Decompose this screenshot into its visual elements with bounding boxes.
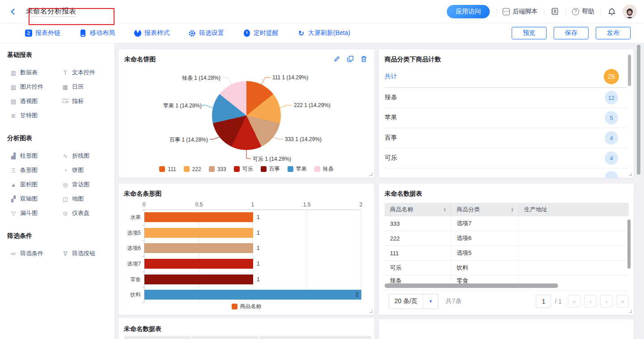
x-tick-label: 1.5 bbox=[303, 202, 311, 208]
resize-handle[interactable] bbox=[629, 310, 632, 313]
sidebar-item-map[interactable]: ◫地图 bbox=[59, 192, 107, 206]
contacts-icon bbox=[551, 7, 559, 16]
data-table-panel[interactable]: 未命名数据表 商品名称 ▲▼ 商品分类 ▲▼ 生产地址 33 bbox=[379, 184, 634, 315]
sidebar-item-line-chart[interactable]: ∿折线图 bbox=[59, 149, 107, 163]
pivot-view-icon: ▤ bbox=[10, 98, 17, 105]
sidebar-item-metric[interactable]: 4,80指标 bbox=[59, 94, 107, 108]
back-icon[interactable] bbox=[8, 7, 18, 17]
first-page-button[interactable]: « bbox=[568, 295, 580, 308]
page-scrollbar-thumb[interactable] bbox=[637, 45, 640, 175]
sidebar-item-image-widget[interactable]: ▧图片控件 bbox=[7, 80, 59, 94]
dual-axis-chart-icon: ▞ bbox=[10, 196, 17, 202]
panel-scrollbar[interactable] bbox=[628, 55, 631, 86]
bar-row: 选项6 1 bbox=[119, 240, 374, 256]
help-button[interactable]: ? 帮助 bbox=[572, 8, 594, 16]
legend-item[interactable]: 苹果 bbox=[288, 165, 307, 173]
legend-item[interactable]: 111 bbox=[159, 166, 176, 172]
copy-icon[interactable] bbox=[347, 56, 354, 62]
sidebar-item-data-table[interactable]: ▥数据表 bbox=[7, 65, 59, 80]
page-size-select[interactable]: 20 条/页 ▼ bbox=[389, 294, 438, 309]
bar-chart-panel[interactable]: 未命名条形图 0 0.5 1 1.5 2 水果 1 bbox=[119, 184, 374, 315]
page-number-input[interactable]: 1 bbox=[536, 295, 551, 308]
avatar[interactable] bbox=[623, 4, 637, 19]
horizontal-scrollbar[interactable] bbox=[385, 283, 558, 288]
sidebar-item-text-widget[interactable]: T文本控件 bbox=[59, 65, 107, 80]
count-badge: 5 bbox=[605, 111, 618, 124]
report-title-input[interactable]: 未命名分析报表 bbox=[22, 5, 80, 18]
sidebar-item-funnel-chart[interactable]: ▽漏斗图 bbox=[7, 206, 59, 220]
vertical-scrollbar[interactable] bbox=[627, 219, 631, 269]
list-item-label: 共计 bbox=[385, 73, 397, 81]
toolbar-item-report-link[interactable]: 报表外链 bbox=[25, 29, 60, 37]
refresh-icon: ↻ bbox=[297, 30, 305, 37]
column-header[interactable] bbox=[124, 336, 191, 339]
publish-button[interactable]: 发布 bbox=[596, 27, 631, 39]
sidebar-item-pivot-view[interactable]: ▤透视图 bbox=[7, 94, 59, 108]
sidebar-item-radar-chart[interactable]: ◎雷达图 bbox=[59, 177, 107, 192]
page-scrollbar[interactable] bbox=[637, 43, 640, 339]
column-header[interactable] bbox=[191, 336, 258, 339]
sidebar-item-label: 图片控件 bbox=[20, 83, 43, 91]
preview-button[interactable]: 预览 bbox=[512, 27, 547, 39]
sidebar-item-filter-button[interactable]: ∇筛选按钮 bbox=[59, 246, 107, 261]
edit-icon[interactable] bbox=[334, 56, 340, 62]
sidebar-item-filter-condition[interactable]: ≔筛选条件 bbox=[7, 246, 59, 261]
sidebar-item-label: 雷达图 bbox=[72, 180, 89, 189]
toolbar-item-screen-refresh[interactable]: ↻ 大屏刷新(Beta) bbox=[297, 29, 350, 37]
sidebar-item-bar-chart[interactable]: Ξ条形图 bbox=[7, 163, 59, 177]
legend-item[interactable]: 百事 bbox=[261, 165, 280, 173]
pie-chart-panel[interactable]: 未命名饼图 111 1 (14.29%) 222 1 (14.29%) 333 … bbox=[119, 49, 374, 178]
app-access-button[interactable]: 应用访问 bbox=[447, 5, 490, 18]
resize-handle[interactable] bbox=[369, 173, 373, 176]
last-page-button[interactable]: » bbox=[616, 295, 629, 308]
y-category-label: 选项7 bbox=[119, 256, 141, 272]
column-header-product-category[interactable]: 商品分类 ▲▼ bbox=[451, 203, 519, 216]
sidebar-item-pie-chart[interactable]: ◔饼图 bbox=[59, 163, 107, 177]
prev-page-button[interactable]: ‹ bbox=[584, 295, 597, 308]
delete-icon[interactable] bbox=[360, 56, 367, 62]
column-header-production-address[interactable]: 生产地址 bbox=[519, 203, 629, 216]
avatar-person-icon bbox=[624, 8, 636, 18]
toolbar-item-filter-settings[interactable]: 筛选设置 bbox=[188, 29, 224, 37]
table-row: 222 选项6 bbox=[385, 231, 629, 246]
legend-item[interactable]: 商品名称 bbox=[232, 303, 262, 310]
sort-icon[interactable]: ▲▼ bbox=[511, 207, 514, 212]
sort-icon[interactable]: ▲▼ bbox=[443, 207, 446, 212]
column-header[interactable] bbox=[259, 336, 371, 339]
sidebar-item-gauge[interactable]: ⊙仪表盘 bbox=[59, 206, 107, 220]
list-item-partial bbox=[385, 168, 628, 178]
legend-item[interactable]: 222 bbox=[184, 166, 201, 172]
list-item-label: 百事 bbox=[385, 134, 397, 142]
toolbar-item-report-style[interactable]: 报表样式 bbox=[134, 29, 169, 37]
contacts-button[interactable] bbox=[551, 7, 559, 16]
legend-item[interactable]: 333 bbox=[209, 166, 226, 172]
section-title: 筛选条件 bbox=[7, 232, 107, 240]
resize-handle[interactable] bbox=[369, 310, 373, 313]
bar-value-label: 1 bbox=[257, 256, 260, 272]
bottom-data-table-panel[interactable]: 未命名数据表 bbox=[119, 318, 374, 339]
y-category-label: 选项5 bbox=[119, 225, 141, 241]
sidebar-item-gantt[interactable]: ≣甘特图 bbox=[7, 108, 59, 123]
image-widget-icon: ▧ bbox=[10, 84, 17, 90]
empty-panel[interactable] bbox=[379, 319, 634, 339]
backend-script-button[interactable]: </> 后端脚本 bbox=[503, 8, 538, 16]
sidebar-item-label: 透视图 bbox=[20, 97, 38, 105]
notifications-button[interactable] bbox=[607, 7, 616, 16]
y-category-label: 饮料 bbox=[119, 287, 141, 303]
legend-item[interactable]: 辣条 bbox=[314, 165, 334, 173]
column-header-product-name[interactable]: 商品名称 ▲▼ bbox=[385, 203, 451, 216]
resize-handle[interactable] bbox=[629, 173, 632, 176]
sidebar-item-area-chart[interactable]: ▲面积图 bbox=[7, 177, 59, 192]
next-page-button[interactable]: › bbox=[600, 295, 613, 308]
legend-item[interactable]: 可乐 bbox=[234, 165, 253, 173]
data-table: 商品名称 ▲▼ 商品分类 ▲▼ 生产地址 333 选项7 bbox=[385, 203, 629, 286]
toolbar-item-mobile-layout[interactable]: 移动布局 bbox=[79, 29, 115, 37]
toolbar-item-scheduled-reminder[interactable]: 定时提醒 bbox=[243, 29, 279, 37]
sidebar-item-calendar[interactable]: ▦日历 bbox=[59, 80, 107, 94]
sidebar-item-column-chart[interactable]: ▟柱形图 bbox=[7, 149, 59, 163]
sidebar-item-dual-axis-chart[interactable]: ▞双轴图 bbox=[7, 192, 59, 206]
count-list-panel[interactable]: 商品分类下商品计数 共计 25 辣条 12 苹果 5 百事 4 可乐 4 bbox=[379, 49, 634, 178]
save-button[interactable]: 保存 bbox=[554, 27, 589, 39]
code-icon: </> bbox=[503, 8, 510, 15]
table-cell bbox=[519, 261, 629, 275]
